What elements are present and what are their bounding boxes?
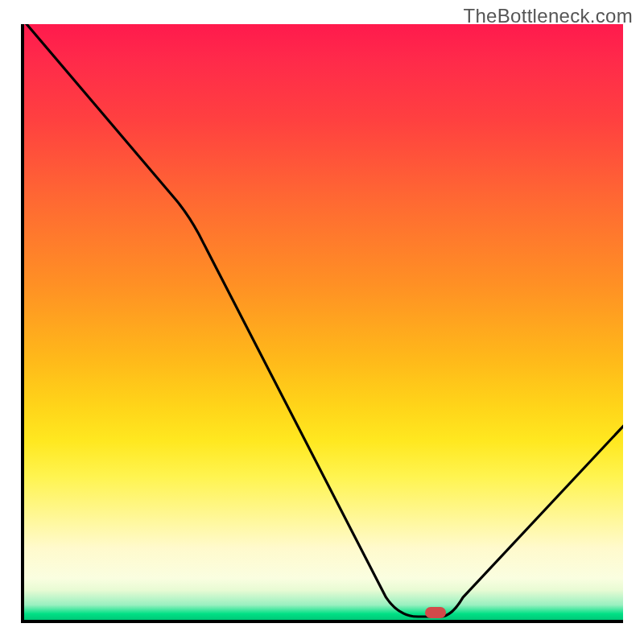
chart-container: TheBottleneck.com (0, 0, 644, 644)
optimal-marker (425, 607, 446, 618)
plot-area (21, 24, 623, 623)
bottleneck-curve (23, 24, 623, 617)
curve-svg (24, 24, 623, 620)
